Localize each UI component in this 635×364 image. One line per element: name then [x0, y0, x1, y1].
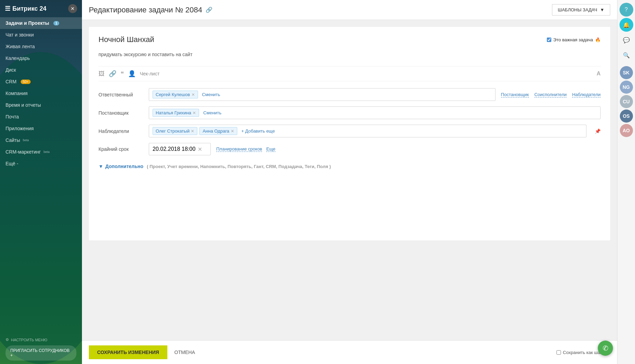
topbar: Редактирование задачи № 2084 🔗 ШАБЛОНЫ З… [82, 0, 617, 20]
planning-link[interactable]: Планирование сроков [216, 146, 262, 152]
nabludatel-2-remove-icon[interactable]: ✕ [231, 129, 234, 134]
nabludatel-2-name: Анна Одрага [202, 128, 229, 134]
link-icon[interactable]: 🔗 [206, 7, 212, 13]
nabludateli-input: Олег Строкатый ✕ Анна Одрага ✕ + Добавит… [149, 125, 586, 137]
sidebar-item-crm-marketing[interactable]: CRM-маркетинг beta [0, 146, 82, 158]
link-toolbar-icon[interactable]: 🔗 [109, 70, 116, 77]
avatar-5[interactable]: AO [620, 124, 633, 137]
responsible-input: Сергей Кулешов ✕ Сменить [149, 88, 496, 101]
change-postanovshik-link[interactable]: Сменить [203, 110, 221, 115]
notification-button[interactable]: 🔔 [620, 18, 633, 32]
pin-icon[interactable]: 📌 [595, 128, 601, 134]
sidebar-item-calendar[interactable]: Календарь [0, 52, 82, 64]
responsible-remove-icon[interactable]: ✕ [191, 92, 195, 97]
cancel-button[interactable]: ОТМЕНА [174, 350, 195, 355]
sidebar-nav: Задачи и Проекты 1 Чат и звонки Живая ле… [0, 17, 82, 334]
sidebar-item-company[interactable]: Компания [0, 87, 82, 99]
tasks-badge: 1 [53, 21, 60, 25]
invite-label: ПРИГЛАСИТЬ СОТРУДНИКОВ + [10, 348, 72, 358]
important-task-label: Это важная задача [553, 37, 593, 42]
responsible-tag: Сергей Кулешов ✕ [153, 91, 198, 98]
main-content: Редактирование задачи № 2084 🔗 ШАБЛОНЫ З… [82, 0, 617, 364]
task-name: Ночной Шанхай [98, 35, 154, 44]
important-task-checkbox[interactable] [547, 38, 551, 42]
sidebar-item-chat[interactable]: Чат и звонки [0, 29, 82, 41]
hamburger-icon[interactable]: ☰ [5, 5, 10, 12]
nabludatel-1-name: Олег Строкатый [156, 128, 189, 134]
additional-section: ▼ Дополнительно ( Проект, Учет времени, … [98, 161, 601, 169]
postanovshik-label: Постановщик [98, 110, 143, 116]
save-template-checkbox[interactable] [556, 350, 561, 355]
tab-postanovshik[interactable]: Постановщик [501, 92, 529, 97]
save-button[interactable]: СОХРАНИТЬ ИЗМЕНЕНИЯ [89, 345, 167, 359]
additional-items: ( Проект, Учет времени, Напомнить, Повто… [147, 164, 331, 169]
chevron-down-additional-icon: ▼ [98, 164, 103, 169]
postanovshik-row: Постановщик Наталья Грихина ✕ Сменить [98, 106, 601, 119]
sidebar-item-sites[interactable]: Сайты beta [0, 134, 82, 146]
sidebar-item-label: CRM [6, 79, 17, 84]
help-button[interactable]: ? [620, 3, 633, 17]
add-more-nabludateli-link[interactable]: + Добавить еще [241, 128, 275, 134]
sidebar-item-label: Чат и звонки [6, 32, 34, 38]
sidebar-item-label: Календарь [6, 55, 30, 61]
question-icon: ? [625, 7, 628, 13]
additional-label: Дополнительно [105, 164, 143, 169]
sidebar-item-time[interactable]: Время и отчеты [0, 99, 82, 111]
tab-soispolniteli[interactable]: Соисполнители [534, 92, 567, 97]
form-card: Ночной Шанхай Это важная задача 🔥 придум… [89, 27, 610, 240]
page-title: Редактирование задачи № 2084 🔗 [89, 6, 212, 14]
sites-beta: beta [23, 138, 29, 142]
deadline-clear-icon[interactable]: ✕ [198, 146, 202, 153]
invite-employees-button[interactable]: ПРИГЛАСИТЬ СОТРУДНИКОВ + [6, 345, 76, 361]
sidebar-item-crm[interactable]: CRM 50+ [0, 76, 82, 87]
logo-text: Битрикс 24 [12, 5, 46, 12]
image-icon[interactable]: 🖼 [98, 70, 105, 77]
bottom-actions: СОХРАНИТЬ ИЗМЕНЕНИЯ ОТМЕНА [89, 345, 195, 359]
avatar-4[interactable]: OS [620, 110, 633, 123]
float-chat-button[interactable]: ✆ [598, 341, 613, 356]
tab-nabludateli[interactable]: Наблюдатели [572, 92, 601, 97]
responsible-label: Ответственный [98, 92, 143, 97]
phone-icon: ✆ [603, 344, 608, 352]
sidebar-close-button[interactable]: ✕ [68, 4, 77, 13]
postanovshik-tag: Наталья Грихина ✕ [153, 109, 199, 117]
bottom-bar: СОХРАНИТЬ ИЗМЕНЕНИЯ ОТМЕНА Сохранить как… [82, 340, 617, 364]
page-title-text: Редактирование задачи № 2084 [89, 6, 202, 14]
templates-button[interactable]: ШАБЛОНЫ ЗАДАЧ ▼ [552, 4, 610, 15]
sidebar-item-label: Почта [6, 114, 19, 119]
configure-menu-button[interactable]: ⚙ НАСТРОИТЬ МЕНЮ [6, 337, 76, 342]
avatar-2[interactable]: NG [620, 81, 633, 94]
bell-icon: 🔔 [623, 22, 630, 28]
deadline-row: Крайний срок 20.02.2018 18:00 ✕ Планиров… [98, 143, 601, 155]
more-deadline-link[interactable]: Еще [266, 146, 275, 152]
deadline-input[interactable]: 20.02.2018 18:00 ✕ [149, 143, 211, 155]
checklist-label: Чек-лист [140, 71, 159, 76]
font-a-icon[interactable]: A [596, 71, 601, 77]
additional-toggle[interactable]: ▼ Дополнительно ( Проект, Учет времени, … [98, 164, 601, 169]
avatar-1[interactable]: SK [620, 66, 633, 79]
search-button[interactable]: 🔍 [620, 48, 633, 62]
person-icon[interactable]: 👤 [128, 70, 136, 77]
sidebar-item-more[interactable]: Ещё - [0, 158, 82, 169]
avatar-3[interactable]: CU [620, 95, 633, 108]
sidebar-item-label: Компания [6, 91, 28, 96]
sidebar-item-mail[interactable]: Почта [0, 111, 82, 123]
responsible-row: Ответственный Сергей Кулешов ✕ Сменить П… [98, 88, 601, 101]
sidebar-item-disk[interactable]: Диск [0, 64, 82, 76]
postanovshik-remove-icon[interactable]: ✕ [192, 111, 196, 115]
sidebar: ☰ Битрикс 24 ✕ Задачи и Проекты 1 Чат и … [0, 0, 82, 364]
nabludatel-1-remove-icon[interactable]: ✕ [191, 129, 194, 134]
sidebar-item-label: Диск [6, 67, 16, 73]
chat-button[interactable]: 💬 [620, 33, 633, 47]
nabludateli-row: Наблюдатели Олег Строкатый ✕ Анна Одрага… [98, 125, 601, 137]
sidebar-item-apps[interactable]: Приложения [0, 123, 82, 134]
sidebar-item-feed[interactable]: Живая лента [0, 41, 82, 52]
search-icon: 🔍 [623, 52, 630, 59]
sidebar-item-label: Приложения [6, 126, 34, 131]
checklist-button[interactable]: Чек-лист [140, 71, 159, 76]
task-name-row: Ночной Шанхай Это важная задача 🔥 [98, 35, 601, 44]
sidebar-item-tasks[interactable]: Задачи и Проекты 1 [0, 17, 82, 29]
chat-icon: 💬 [623, 37, 630, 43]
change-responsible-link[interactable]: Сменить [202, 92, 220, 97]
quote-icon[interactable]: ❝ [121, 70, 124, 77]
